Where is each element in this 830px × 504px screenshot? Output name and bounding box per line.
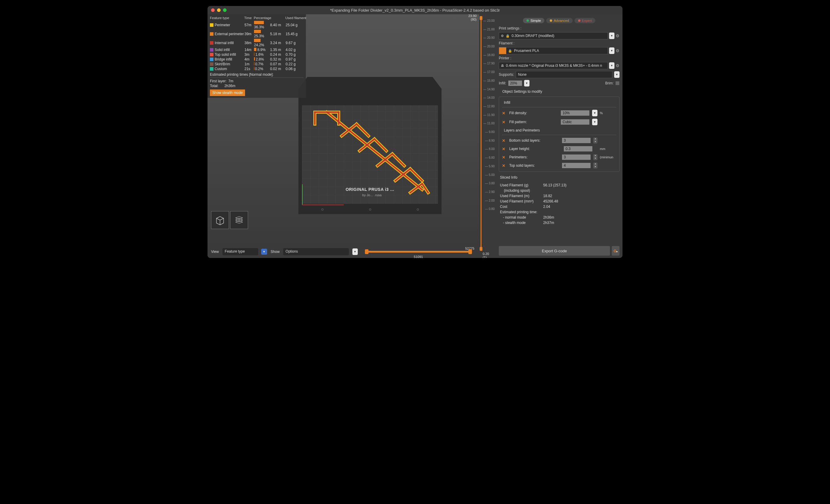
stats-row: Custom 21s 0.2% 0.02 m 0.06 g	[210, 66, 304, 71]
gear-icon[interactable]: ⚙	[616, 48, 619, 53]
sliced-info: Used Filament (g)56.13 (257.13) (includi…	[499, 183, 619, 225]
color-swatch	[210, 58, 214, 61]
filament-color-icon	[499, 48, 506, 54]
view-3d-button[interactable]	[211, 211, 229, 229]
color-swatch	[210, 23, 214, 27]
chevron-down-icon[interactable]: ▼	[592, 119, 598, 125]
svg-line-23	[392, 154, 404, 166]
filament-label: Filament :	[499, 41, 619, 45]
color-swatch	[210, 67, 214, 71]
svg-line-21	[375, 139, 386, 151]
view-select[interactable]: Feature type	[222, 248, 258, 255]
chevron-down-icon[interactable]: ▼	[614, 71, 619, 78]
lock-icon: 🔒	[506, 34, 510, 38]
stats-row: Top solid infill 3m 1.6% 0.24 m 0.70 g	[210, 52, 304, 57]
chevron-down-icon[interactable]: ▼	[524, 80, 530, 87]
color-swatch	[210, 48, 214, 52]
right-panel: Simple Advanced Expert Print settings : …	[496, 14, 622, 258]
bottom-layers-input[interactable]	[562, 137, 591, 144]
perimeters-input[interactable]	[562, 154, 591, 160]
infill-input[interactable]	[508, 80, 522, 86]
view-mode-buttons	[211, 211, 248, 229]
fill-density-input[interactable]	[561, 110, 590, 116]
bed-label: ORIGINAL PRUSA i3 …	[346, 187, 394, 192]
mode-expert[interactable]: Expert	[575, 18, 595, 23]
show-label: Show	[271, 250, 280, 254]
stats-row: Solid infill 14m 8.9% 1.35 m 4.02 g	[210, 48, 304, 52]
revert-icon[interactable]: ✕	[502, 111, 507, 116]
svg-line-19	[357, 124, 369, 136]
chevron-down-icon[interactable]: ▼	[261, 249, 267, 255]
revert-icon[interactable]: ✕	[502, 120, 507, 124]
infill-label: Infill:	[499, 81, 506, 85]
print-settings-select[interactable]: ⚙🔒0.30mm DRAFT (modified)	[499, 32, 608, 39]
layer-slider[interactable]: 23.90(80) — 23.00— 21.88— 20.90— 20.00— …	[479, 14, 496, 258]
stats-row: Bridge infill 4m 2.8% 0.32 m 0.97 g	[210, 57, 304, 62]
stats-row: Skirt/Brim 1m 0.7% 0.07 m 0.22 g	[210, 62, 304, 66]
horizontal-slider[interactable]: 52775 51091	[365, 251, 472, 253]
stats-row: External perimeter 39m 25.3% 5.18 m 15.4…	[210, 30, 304, 38]
color-swatch	[210, 32, 214, 36]
mode-simple[interactable]: Simple	[523, 18, 544, 23]
layer-height-input[interactable]	[564, 146, 593, 152]
app-window: *Expanding File Folder Divider_v2_0.3mm_…	[208, 6, 622, 258]
svg-line-27	[422, 184, 428, 193]
fill-pattern-input[interactable]	[561, 119, 590, 125]
stats-row: Perimeter 57m 36.3% 8.40 m 25.04 g	[210, 21, 304, 30]
top-layers-input[interactable]	[562, 162, 591, 168]
lock-icon: 🔒	[508, 49, 512, 53]
spinner[interactable]: ▲▼	[593, 154, 598, 160]
spinner[interactable]: ▲▼	[593, 162, 598, 168]
gear-icon: ⚙	[501, 34, 504, 38]
close-icon[interactable]	[211, 8, 215, 12]
stats-header: Feature type Time Percentage Used filame…	[210, 16, 304, 20]
view-layers-button[interactable]	[230, 211, 248, 229]
gear-icon[interactable]: ⚙	[616, 63, 619, 68]
bottom-bar: View Feature type ▼ Show Options ▼ 52775…	[208, 246, 479, 258]
supports-label: Supports:	[499, 72, 514, 76]
traffic-lights	[211, 8, 227, 12]
titlebar: *Expanding File Folder Divider_v2_0.3mm_…	[208, 6, 622, 14]
object-settings-panel: Infill ✕ Fill density: ▼ % ✕ Fill patter…	[499, 97, 619, 172]
revert-icon[interactable]: ✕	[502, 138, 507, 143]
stats-panel: Feature type Time Percentage Used filame…	[208, 14, 306, 98]
printer-select[interactable]: 🖶0.4mm nozzle * Original Prusa i3 MK3S &…	[499, 62, 608, 69]
stats-row: Internal infill 38m 24.2% 3.24 m 9.67 g	[210, 38, 304, 48]
bed-sublabel: by Jo… .rusa	[362, 193, 382, 197]
chevron-down-icon[interactable]: ▼	[609, 62, 614, 69]
sliced-info-title: Sliced Info	[500, 176, 619, 180]
printer-icon: 🖶	[501, 64, 504, 67]
filament-select[interactable]: 🔒Prusament PLA	[499, 47, 608, 54]
brim-checkbox[interactable]	[615, 81, 619, 85]
brim-label: Brim:	[605, 81, 613, 85]
color-swatch	[210, 41, 214, 45]
chevron-down-icon[interactable]: ▼	[592, 110, 598, 116]
print-settings-label: Print settings :	[499, 26, 619, 30]
maximize-icon[interactable]	[223, 8, 227, 12]
model-preview	[309, 106, 434, 214]
spinner[interactable]: ▲▼	[593, 137, 598, 144]
show-select[interactable]: Options	[283, 248, 349, 255]
svg-line-17	[327, 112, 422, 190]
chevron-down-icon[interactable]: ▼	[609, 32, 614, 39]
chevron-down-icon[interactable]: ▼	[352, 248, 358, 255]
supports-select[interactable]: None	[516, 71, 612, 78]
minimize-icon[interactable]	[217, 8, 221, 12]
gear-icon[interactable]: ⚙	[616, 33, 619, 38]
export-gcode-button[interactable]: Export G-code	[499, 246, 610, 256]
revert-icon[interactable]: ✕	[502, 147, 507, 151]
view-label: View	[211, 250, 219, 254]
printer-label: Printer :	[499, 56, 619, 60]
revert-icon[interactable]: ✕	[502, 163, 507, 168]
mode-advanced[interactable]: Advanced	[546, 18, 572, 23]
export-gcode-menu-button[interactable]: G▸	[612, 246, 619, 256]
window-title: *Expanding File Folder Divider_v2_0.3mm_…	[330, 8, 500, 12]
print-bed: ORIGINAL PRUSA i3 … by Jo… .rusa	[298, 77, 442, 223]
revert-icon[interactable]: ✕	[502, 155, 507, 160]
color-swatch	[210, 62, 214, 66]
show-stealth-button[interactable]: Show stealth mode	[210, 90, 245, 96]
left-pane: Feature type Time Percentage Used filame…	[208, 14, 479, 258]
svg-line-25	[410, 169, 422, 181]
color-swatch	[210, 53, 214, 56]
chevron-down-icon[interactable]: ▼	[609, 48, 614, 54]
